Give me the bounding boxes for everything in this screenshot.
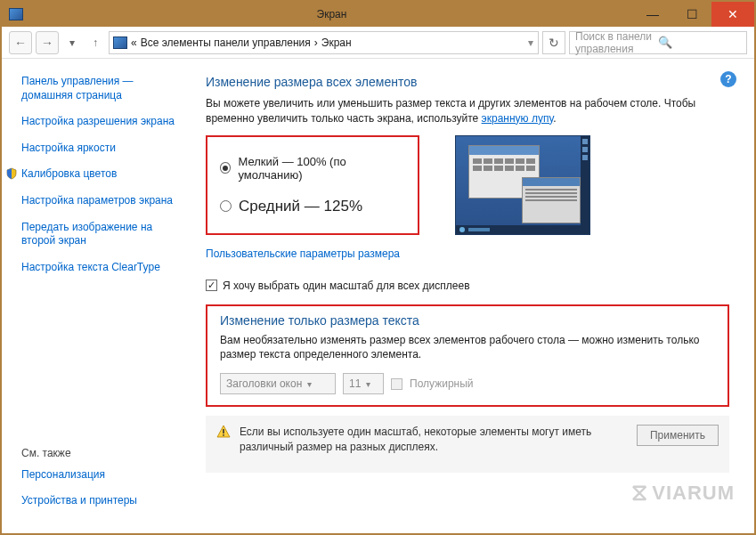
see-also-personalization[interactable]: Персонализация (21, 468, 184, 482)
sidebar-link-params[interactable]: Настройка параметров экрана (21, 194, 184, 208)
address-dropdown[interactable]: ▾ (527, 33, 534, 53)
footer-row: Если вы используете один масштаб, некото… (206, 416, 729, 473)
main-panel: ? Изменение размера всех элементов Вы мо… (193, 59, 754, 533)
history-dropdown[interactable]: ▾ (62, 33, 82, 53)
text-size-controls: Заголовки окон ▾ 11 ▾ Полужирный (220, 373, 715, 394)
shield-icon (5, 167, 18, 180)
help-icon[interactable]: ? (720, 71, 736, 87)
watermark: ⧖ VIARUM (631, 479, 735, 507)
sidebar-link-project[interactable]: Передать изображение на второй экран (21, 221, 184, 248)
scale-options-highlight: Мелкий — 100% (по умолчанию) Средний — 1… (206, 135, 419, 235)
heading-resize-all: Изменение размера всех элементов (206, 75, 729, 89)
svg-rect-0 (223, 429, 224, 434)
see-also-devices[interactable]: Устройства и принтеры (21, 494, 184, 508)
window-title: Экран (30, 8, 633, 20)
desktop-preview (455, 135, 590, 235)
sidebar-link-brightness[interactable]: Настройка яркости (21, 142, 184, 156)
apply-button[interactable]: Применить (637, 425, 719, 446)
one-scale-label: Я хочу выбрать один масштаб для всех дис… (223, 280, 470, 292)
svg-rect-1 (223, 434, 224, 436)
footer-warning-text: Если вы используете один масштаб, некото… (240, 425, 628, 455)
window-frame: Экран — ☐ ✕ ← → ▾ ↑ « Все элементы панел… (0, 0, 756, 535)
radio-small[interactable] (220, 162, 231, 174)
address-bar[interactable]: « Все элементы панели управления › Экран… (109, 31, 539, 54)
display-icon (113, 36, 127, 49)
titlebar: Экран — ☐ ✕ (2, 2, 754, 27)
sidebar: Панель управления — домашняя страница На… (2, 59, 193, 533)
scale-section: Мелкий — 100% (по умолчанию) Средний — 1… (206, 135, 729, 235)
warning-icon (216, 425, 231, 439)
custom-sizing-link[interactable]: Пользовательские параметры размера (206, 247, 729, 260)
text-size-highlight: Изменение только размера текста Вам необ… (206, 304, 729, 408)
sidebar-link-cleartype[interactable]: Настройка текста ClearType (21, 261, 184, 275)
content-area: Панель управления — домашняя страница На… (2, 59, 754, 533)
sidebar-see-also: См. также Персонализация Устройства и пр… (21, 447, 184, 521)
radio-medium-row[interactable]: Средний — 125% (220, 198, 405, 215)
desc-text-size: Вам необязательно изменять размер всех э… (220, 333, 715, 363)
breadcrumb-separator: › (314, 36, 318, 49)
search-placeholder: Поиск в панели управления (575, 30, 658, 55)
radio-medium-label: Средний — 125% (239, 198, 362, 215)
back-button[interactable]: ← (9, 31, 32, 54)
radio-small-row[interactable]: Мелкий — 100% (по умолчанию) (220, 155, 405, 182)
window-controls: — ☐ ✕ (633, 2, 754, 27)
see-also-header: См. также (21, 447, 184, 459)
watermark-logo-icon: ⧖ (631, 479, 648, 507)
refresh-button[interactable]: ↻ (542, 31, 565, 54)
size-combo[interactable]: 11 ▾ (343, 373, 384, 394)
breadcrumb-prefix: « (131, 36, 137, 49)
one-scale-checkbox[interactable]: ✓ (206, 280, 217, 291)
desc-resize-all: Вы можете увеличить или уменьшить размер… (206, 96, 729, 126)
up-button[interactable]: ↑ (85, 33, 105, 53)
radio-small-label: Мелкий — 100% (по умолчанию) (238, 155, 405, 182)
search-icon: 🔍 (658, 36, 741, 49)
one-scale-row[interactable]: ✓ Я хочу выбрать один масштаб для всех д… (206, 280, 729, 292)
preview-container (455, 135, 590, 235)
heading-text-size: Изменение только размера текста (220, 313, 715, 328)
minimize-button[interactable]: — (633, 2, 672, 27)
bold-label: Полужирный (410, 377, 474, 390)
chevron-down-icon: ▾ (307, 379, 312, 389)
sidebar-link-home[interactable]: Панель управления — домашняя страница (21, 75, 184, 102)
sidebar-link-calibration[interactable]: Калибровка цветов (21, 167, 117, 182)
forward-button[interactable]: → (36, 31, 59, 54)
chevron-down-icon: ▾ (366, 379, 370, 389)
breadcrumb-current[interactable]: Экран (321, 36, 352, 49)
breadcrumb-parent[interactable]: Все элементы панели управления (141, 36, 311, 49)
maximize-button[interactable]: ☐ (672, 2, 711, 27)
element-combo[interactable]: Заголовки окон ▾ (220, 373, 336, 394)
close-button[interactable]: ✕ (711, 2, 754, 27)
sidebar-link-resolution[interactable]: Настройка разрешения экрана (21, 115, 184, 129)
navigation-bar: ← → ▾ ↑ « Все элементы панели управления… (2, 27, 754, 59)
search-input[interactable]: Поиск в панели управления 🔍 (569, 31, 747, 54)
app-icon (9, 8, 23, 20)
magnifier-link[interactable]: экранную лупу (482, 112, 554, 125)
bold-checkbox (391, 378, 402, 390)
radio-medium[interactable] (220, 200, 232, 212)
